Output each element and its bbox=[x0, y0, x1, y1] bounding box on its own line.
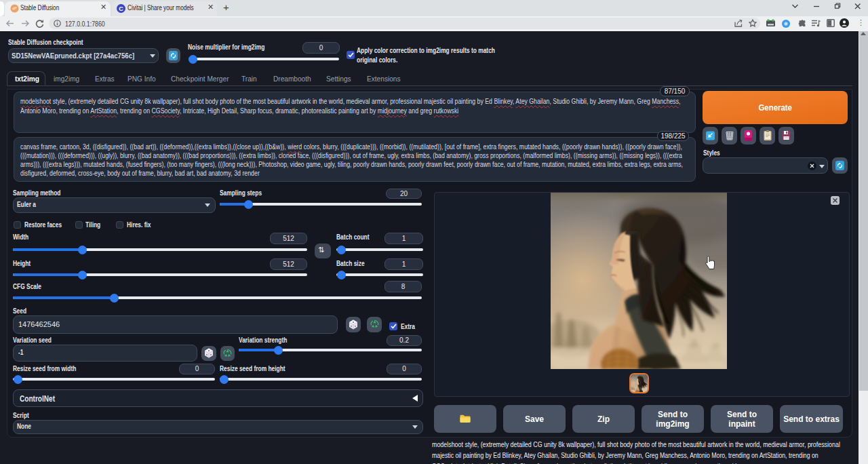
svg-text:C: C bbox=[119, 5, 123, 12]
